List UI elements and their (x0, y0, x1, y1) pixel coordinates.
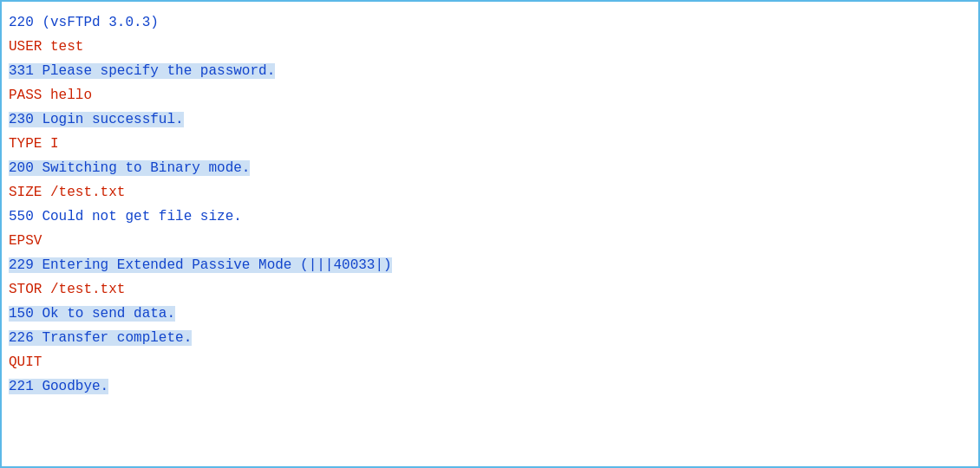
terminal-line: 230 Login successful. (9, 107, 971, 132)
terminal-line: STOR /test.txt (9, 277, 971, 302)
terminal-line: 220 (vsFTPd 3.0.3) (9, 10, 971, 35)
terminal-line: TYPE I (9, 132, 971, 156)
terminal-line: QUIT (9, 350, 971, 374)
terminal-line: 229 Entering Extended Passive Mode (|||4… (9, 253, 971, 277)
terminal-line: USER test (9, 35, 971, 59)
terminal-window: 220 (vsFTPd 3.0.3)USER test331 Please sp… (0, 0, 980, 468)
terminal-line: 200 Switching to Binary mode. (9, 156, 971, 180)
terminal-line: 550 Could not get file size. (9, 205, 971, 229)
terminal-line: PASS hello (9, 83, 971, 107)
terminal-line: EPSV (9, 229, 971, 253)
terminal-line: SIZE /test.txt (9, 180, 971, 205)
terminal-line: 150 Ok to send data. (9, 302, 971, 326)
terminal-line: 226 Transfer complete. (9, 326, 971, 350)
terminal-line: 221 Goodbye. (9, 374, 971, 399)
terminal-line: 331 Please specify the password. (9, 59, 971, 83)
